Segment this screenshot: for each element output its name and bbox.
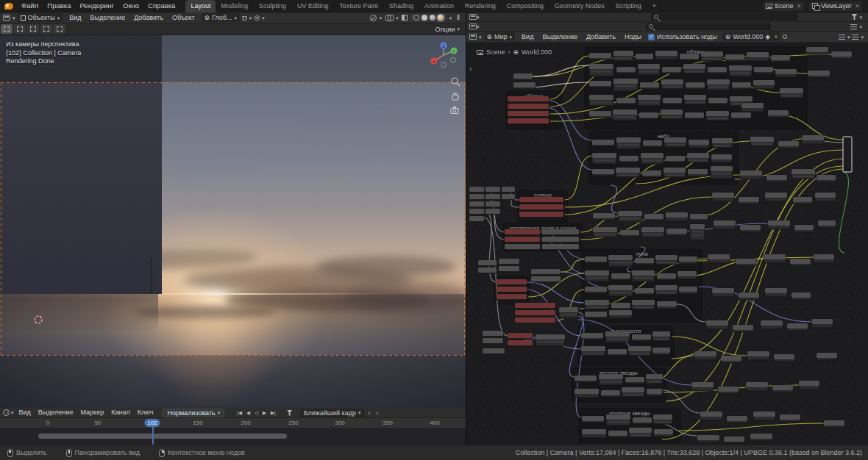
shader-node-header[interactable]: [581, 346, 605, 351]
shader-node-slider[interactable]: [663, 86, 682, 88]
shader-node-header[interactable]: [765, 288, 787, 293]
shader-node-header[interactable]: [483, 338, 503, 343]
shader-node-header[interactable]: [712, 138, 733, 143]
shader-node-header[interactable]: [657, 273, 676, 278]
filter-funnel-icon[interactable]: [287, 410, 293, 416]
shader-node-header[interactable]: [739, 197, 759, 202]
shader-node-header[interactable]: [632, 334, 651, 339]
shader-node-header[interactable]: [724, 436, 744, 442]
shader-node-header[interactable]: [601, 390, 620, 395]
gizmo-minus-y-axis[interactable]: [451, 58, 456, 63]
shader-node-header[interactable]: [531, 276, 561, 281]
shader-node-slider[interactable]: [591, 71, 612, 73]
shader-node-slider[interactable]: [712, 173, 731, 175]
close-icon[interactable]: ×: [796, 2, 801, 10]
viewport-menu[interactable]: Выделение: [85, 12, 129, 24]
shader-node-header[interactable]: [508, 333, 533, 338]
shader-node-slider[interactable]: [708, 86, 728, 88]
shader-node-header[interactable]: [791, 292, 811, 298]
shader-node-header[interactable]: [519, 212, 563, 217]
zoom-icon[interactable]: [450, 76, 460, 87]
shader-node-header[interactable]: [793, 197, 812, 202]
shader-node-slider[interactable]: [686, 101, 705, 104]
shader-node-slider[interactable]: [623, 394, 643, 396]
shader-node-header[interactable]: [608, 285, 633, 290]
shader-node-header[interactable]: [653, 414, 672, 420]
shader-node-header[interactable]: [644, 214, 664, 219]
shader-node-slider[interactable]: [654, 338, 669, 340]
gizmos-icon[interactable]: [370, 15, 377, 21]
shader-node-header[interactable]: [787, 323, 808, 328]
shader-node-header[interactable]: [689, 140, 709, 145]
shader-node-header[interactable]: [469, 187, 484, 192]
shader-node-header[interactable]: [661, 79, 683, 85]
shader-node-header[interactable]: [616, 98, 636, 103]
shader-node-slider[interactable]: [586, 306, 608, 309]
shader-node-header[interactable]: [712, 288, 734, 293]
shader-node-header[interactable]: [725, 54, 744, 60]
shader-node-header[interactable]: [508, 340, 533, 345]
shader-node-header[interactable]: [608, 431, 627, 436]
breadcrumb-scene[interactable]: Scene: [486, 48, 505, 56]
shader-node-header[interactable]: [497, 287, 527, 292]
shader-node-header[interactable]: [585, 287, 607, 292]
shader-node-slider[interactable]: [614, 116, 636, 118]
shader-node-header[interactable]: [808, 71, 830, 76]
shader-node-header[interactable]: [632, 300, 655, 305]
shader-node-header[interactable]: [485, 194, 500, 199]
shader-node-slider[interactable]: [607, 338, 628, 340]
shader-node-header[interactable]: [677, 271, 697, 276]
shader-node-header[interactable]: [732, 82, 751, 87]
playback-button[interactable]: ◁: [252, 408, 260, 417]
proportional-editing-icon[interactable]: ◎: [254, 15, 260, 21]
select-tool-button[interactable]: [1, 24, 13, 34]
workspace-tab[interactable]: Compositing: [502, 0, 549, 12]
shader-node-header[interactable]: [764, 254, 786, 259]
workspace-tab[interactable]: +: [647, 0, 662, 12]
shader-node-header[interactable]: [799, 381, 819, 386]
shader-node-header[interactable]: [780, 88, 803, 93]
topbar-menu[interactable]: Правка: [43, 1, 75, 10]
shader-node-header[interactable]: [638, 95, 661, 100]
shader-node-header[interactable]: [611, 303, 630, 308]
shader-node-header[interactable]: [652, 348, 670, 353]
select-extend-button[interactable]: [14, 24, 26, 34]
shader-node-header[interactable]: [585, 270, 609, 276]
shader-node-header[interactable]: [635, 258, 654, 263]
shader-node-header[interactable]: [592, 169, 614, 174]
shader-node-header[interactable]: [684, 95, 706, 100]
shader-node-header[interactable]: [542, 244, 579, 249]
xray-toggle-icon[interactable]: [402, 15, 408, 21]
scene-selector[interactable]: Scene ×: [763, 1, 804, 11]
shader-node-header[interactable]: [593, 213, 615, 218]
3d-viewport[interactable]: Из камеры перспектива (102) Collection |…: [0, 35, 466, 408]
shader-node-header[interactable]: [485, 209, 500, 214]
mode-dropdown[interactable]: Объекты ▾: [18, 13, 63, 22]
shader-node-header[interactable]: [765, 193, 787, 198]
select-intersect-button[interactable]: [54, 24, 65, 34]
shader-node-header[interactable]: [685, 112, 704, 118]
shader-node-slider[interactable]: [639, 71, 658, 73]
shader-node-header[interactable]: [707, 79, 730, 85]
shader-node-header[interactable]: [768, 220, 790, 226]
shader-node-header[interactable]: [625, 377, 644, 382]
shader-node-header[interactable]: [606, 414, 630, 420]
shader-node-header[interactable]: [680, 54, 699, 59]
shader-node-header[interactable]: [666, 229, 687, 234]
shader-node-header[interactable]: [815, 193, 836, 198]
shader-node-header[interactable]: [643, 140, 662, 145]
shader-node-slider[interactable]: [615, 85, 636, 87]
shader-node-slider[interactable]: [691, 234, 703, 237]
shader-node-header[interactable]: [581, 333, 603, 338]
shader-node-slider[interactable]: [714, 145, 731, 147]
shader-node-header[interactable]: [697, 435, 719, 440]
shader-node-header[interactable]: [655, 285, 677, 290]
shader-node-header[interactable]: [772, 385, 793, 390]
shader-node-header[interactable]: [585, 312, 607, 317]
shader-node-header[interactable]: [661, 109, 683, 115]
shader-node-slider[interactable]: [615, 57, 632, 60]
shader-node-header[interactable]: [542, 237, 579, 242]
shader-node-header[interactable]: [483, 348, 505, 353]
shader-node-header[interactable]: [620, 230, 639, 235]
navigation-gizmo[interactable]: Z X Y: [429, 40, 458, 70]
